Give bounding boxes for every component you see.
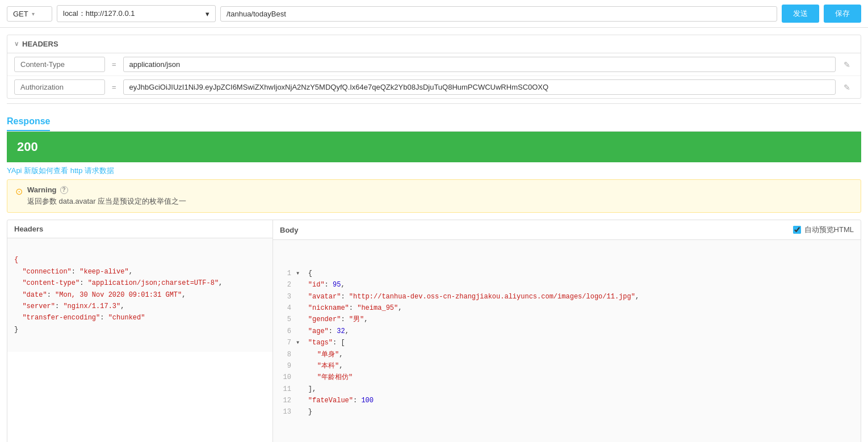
code-line-4: 4 "nickname": "heima_95", <box>280 302 854 314</box>
headers-panel-label: Headers <box>7 220 272 238</box>
code-line-10: 10 "年龄相仿" <box>280 372 854 383</box>
status-code: 200 <box>17 140 38 154</box>
header-value-authorization[interactable] <box>123 79 836 95</box>
equals-sign-2: = <box>110 83 119 91</box>
send-button[interactable]: 发送 <box>782 5 819 23</box>
top-bar: GET ▾ local：http://127.0.0.1 ▾ 发送 保存 <box>0 0 868 28</box>
code-line-8: 8 "单身", <box>280 349 854 360</box>
body-code-area: 1 ▾ { 2 "id": 95, 3 "avatar": "http://ta… <box>273 240 861 442</box>
save-button[interactable]: 保存 <box>824 5 861 23</box>
yapi-link[interactable]: YApi 新版如何查看 http 请求数据 <box>7 166 114 175</box>
header-key-content-type[interactable] <box>14 57 105 72</box>
auto-preview-label: 自动预览HTML <box>804 225 854 235</box>
code-line-12: 12 "fateValue": 100 <box>280 395 854 406</box>
code-line-3: 3 "avatar": "http://tanhua-dev.oss-cn-zh… <box>280 291 854 302</box>
yapi-link-row[interactable]: YApi 新版如何查看 http 请求数据 <box>7 162 861 179</box>
header-value-content-type[interactable] <box>123 57 836 72</box>
method-select[interactable]: GET ▾ <box>7 6 52 22</box>
code-line-11: 11 ], <box>280 384 854 395</box>
response-title: Response <box>7 111 50 131</box>
headers-section: ∨ HEADERS = ✎ = ✎ <box>7 35 861 99</box>
warning-box: ⊙ Warning ? 返回参数 data.avatar 应当是预设定的枚举值之… <box>7 179 861 213</box>
panel-body: Body 自动预览HTML 1 ▾ { 2 "id": 95, <box>273 220 861 442</box>
warning-message: 返回参数 data.avatar 应当是预设定的枚举值之一 <box>27 196 853 207</box>
warning-title-row: Warning ? <box>27 186 853 194</box>
warning-content: Warning ? 返回参数 data.avatar 应当是预设定的枚举值之一 <box>27 186 853 207</box>
equals-sign-1: = <box>110 60 119 69</box>
body-panels: Headers { "connection": "keep-alive", "c… <box>7 220 861 442</box>
code-line-9: 9 "本科", <box>280 360 854 372</box>
code-line-6: 6 "age": 32, <box>280 326 854 337</box>
code-line-7: 7 ▾ "tags": [ <box>280 337 854 348</box>
method-chevron-icon: ▾ <box>32 11 35 17</box>
body-top-row: Body 自动预览HTML <box>273 220 861 240</box>
warning-circle-icon: ⊙ <box>15 186 23 197</box>
header-row-authorization: = ✎ <box>7 76 861 98</box>
headers-code-area: { "connection": "keep-alive", "content-t… <box>7 238 272 352</box>
header-key-authorization[interactable] <box>14 79 105 95</box>
method-label: GET <box>13 10 28 18</box>
status-bar: 200 <box>7 132 861 162</box>
header-row-content-type: = ✎ <box>7 53 861 76</box>
response-section: Response 200 YApi 新版如何查看 http 请求数据 ⊙ War… <box>7 111 861 442</box>
base-url-select[interactable]: local：http://127.0.0.1 ▾ <box>57 5 216 22</box>
response-header-bar: Response <box>7 111 861 132</box>
body-code-table: 1 ▾ { 2 "id": 95, 3 "avatar": "http://ta… <box>280 268 854 418</box>
auto-preview-checkbox[interactable] <box>793 226 801 234</box>
code-line-2: 2 "id": 95, <box>280 279 854 291</box>
url-path-input[interactable] <box>220 6 777 22</box>
body-panel-label: Body <box>280 226 299 234</box>
code-line-1: 1 ▾ { <box>280 268 854 279</box>
base-url-chevron-icon: ▾ <box>206 10 209 18</box>
code-line-13: 13 } <box>280 406 854 418</box>
headers-section-title[interactable]: ∨ HEADERS <box>7 35 861 53</box>
base-url-text: local：http://127.0.0.1 <box>63 9 135 19</box>
auto-preview-row: 自动预览HTML <box>793 225 854 235</box>
panel-headers: Headers { "connection": "keep-alive", "c… <box>7 220 273 442</box>
warning-help-icon[interactable]: ? <box>60 186 68 194</box>
edit-icon-2[interactable]: ✎ <box>840 82 854 93</box>
code-line-5: 5 "gender": "男", <box>280 314 854 325</box>
warning-title-text: Warning <box>27 186 57 194</box>
collapse-icon: ∨ <box>14 40 19 48</box>
headers-label: HEADERS <box>22 40 58 48</box>
edit-icon-1[interactable]: ✎ <box>840 59 854 70</box>
